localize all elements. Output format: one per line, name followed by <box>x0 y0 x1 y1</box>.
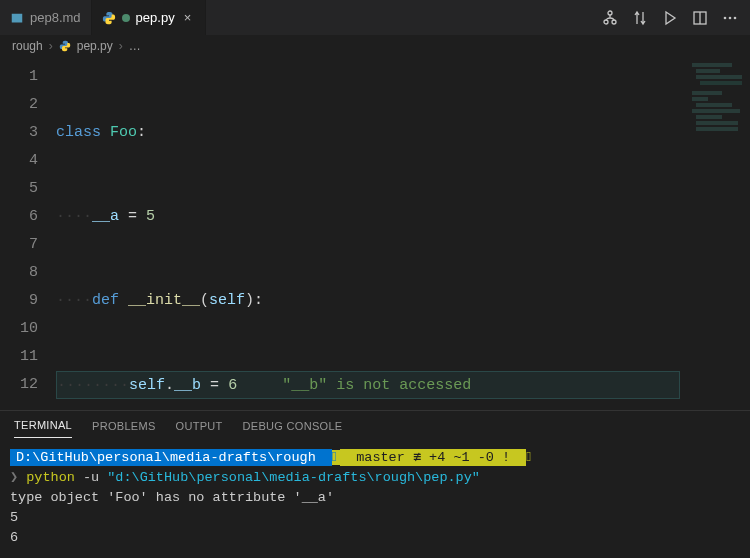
terminal-output: 6 <box>10 528 740 548</box>
breadcrumb-more[interactable]: … <box>129 39 141 53</box>
breadcrumb-folder[interactable]: rough <box>12 39 43 53</box>
python-file-icon <box>102 11 116 25</box>
prompt-git-status: master ≢ +4 ~1 -0 ! <box>348 450 518 465</box>
svg-point-4 <box>724 16 727 19</box>
powerline-separator-icon:  <box>526 450 534 465</box>
line-number-gutter: 123 456 789 101112 <box>0 57 56 410</box>
terminal-output: type object 'Foo' has no attribute '__a' <box>10 488 740 508</box>
prompt-path: D:\GitHub\personal\media-drafts\rough <box>10 449 332 466</box>
tab-pep8-md[interactable]: pep8.md <box>0 0 92 35</box>
minimap[interactable] <box>688 57 750 410</box>
editor: 123 456 789 101112 class Foo: ····__a = … <box>0 57 750 410</box>
breadcrumb[interactable]: rough › pep.py › … <box>0 35 750 57</box>
code-line: ····def __init__(self): <box>56 287 688 315</box>
markdown-file-icon <box>10 11 24 25</box>
terminal-command: ❯ python -u "d:\GitHub\personal\media-dr… <box>10 468 740 488</box>
compare-icon[interactable] <box>632 10 648 26</box>
powerline-separator-icon:  <box>332 450 340 465</box>
split-editor-icon[interactable] <box>692 10 708 26</box>
panel-tabs: TERMINAL PROBLEMS OUTPUT DEBUG CONSOLE <box>0 410 750 440</box>
svg-point-6 <box>734 16 737 19</box>
inline-hint: "__b" is not accessed <box>282 377 471 394</box>
terminal-output: 5 <box>10 508 740 528</box>
close-icon[interactable]: × <box>181 10 195 25</box>
chevron-right-icon: › <box>119 39 123 53</box>
source-control-icon[interactable] <box>602 10 618 26</box>
panel-tab-debug-console[interactable]: DEBUG CONSOLE <box>243 414 343 438</box>
tab-bar: pep8.md pep.py × <box>0 0 750 35</box>
python-file-icon <box>59 40 71 52</box>
chevron-right-icon: › <box>49 39 53 53</box>
terminal[interactable]: D:\GitHub\personal\media-drafts\rough  … <box>0 440 750 558</box>
more-icon[interactable] <box>722 10 738 26</box>
powerline-prompt: D:\GitHub\personal\media-drafts\rough  … <box>10 448 740 468</box>
run-icon[interactable] <box>662 10 678 26</box>
editor-actions <box>590 0 750 35</box>
code-line: ····__a = 5 <box>56 203 688 231</box>
prompt-symbol: ❯ <box>10 470 26 485</box>
svg-point-0 <box>608 11 612 15</box>
svg-point-5 <box>729 16 732 19</box>
modified-dot-icon <box>122 14 130 22</box>
git-branch-icon <box>340 450 348 465</box>
breadcrumb-file[interactable]: pep.py <box>77 39 113 53</box>
code-line-highlighted: ········self.__b = 6 "__b" is not access… <box>56 371 680 399</box>
panel-tab-problems[interactable]: PROBLEMS <box>92 414 156 438</box>
tab-label: pep.py <box>136 10 175 25</box>
tab-label: pep8.md <box>30 10 81 25</box>
tab-pep-py[interactable]: pep.py × <box>92 0 206 35</box>
panel-tab-output[interactable]: OUTPUT <box>176 414 223 438</box>
code-line: class Foo: <box>56 119 688 147</box>
panel-tab-terminal[interactable]: TERMINAL <box>14 413 72 438</box>
code-area[interactable]: class Foo: ····__a = 5 ····def __init__(… <box>56 57 688 410</box>
